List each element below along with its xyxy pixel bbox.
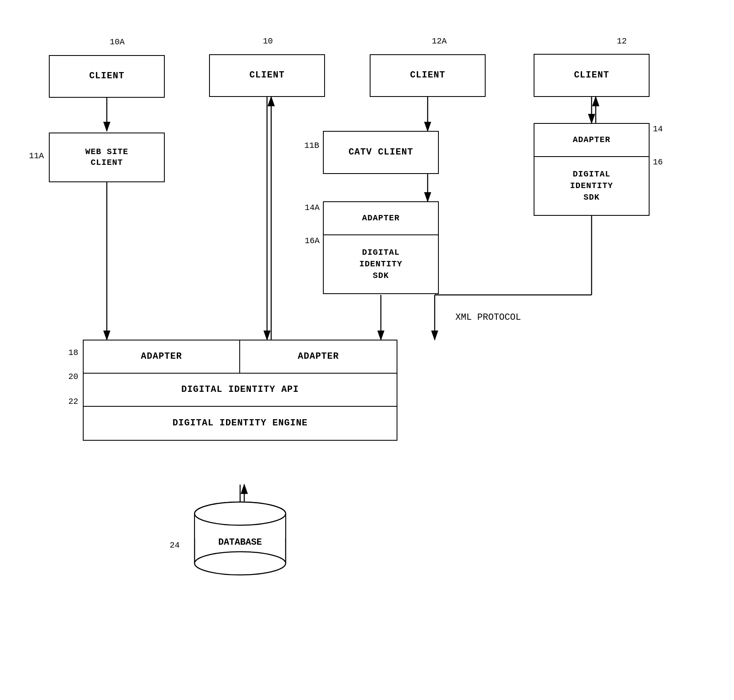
ref-14a: 14A xyxy=(305,203,320,212)
svg-text:DATABASE: DATABASE xyxy=(218,537,262,548)
ref-16a: 16A xyxy=(305,236,320,246)
client-12a-box: CLIENT xyxy=(370,54,486,97)
svg-point-18 xyxy=(195,552,286,575)
ref-10a: 10A xyxy=(110,37,125,47)
ref-24: 24 xyxy=(170,541,180,550)
ref-18: 18 xyxy=(68,348,78,357)
client-12-box: CLIENT xyxy=(534,54,650,97)
adapter-18-left: ADAPTER xyxy=(84,340,240,373)
catv-client-label: CATV CLIENT xyxy=(349,147,413,159)
ref-22: 22 xyxy=(68,397,78,406)
adapter-14-sdk-16-group: ADAPTER DIGITALIDENTITYSDK xyxy=(534,123,650,216)
client-12a-label: CLIENT xyxy=(410,70,445,82)
adapter-14a-row: ADAPTER xyxy=(324,202,438,235)
sdk-16a-row: DIGITALIDENTITYSDK xyxy=(324,235,438,293)
adapter-18-right: ADAPTER xyxy=(240,340,397,373)
ref-16: 16 xyxy=(653,157,663,167)
bottom-main-group: ADAPTER ADAPTER DIGITAL IDENTITY API DIG… xyxy=(83,340,397,441)
client-10-label: CLIENT xyxy=(249,70,284,82)
adapter-14a-sdk-16a-group: ADAPTER DIGITALIDENTITYSDK xyxy=(323,201,439,294)
ref-20: 20 xyxy=(68,372,78,381)
client-12-label: CLIENT xyxy=(574,70,609,82)
database-svg: DATABASE xyxy=(186,497,294,580)
ref-12a: 12A xyxy=(432,36,447,46)
xml-protocol-label: XML PROTOCOL xyxy=(455,312,521,323)
svg-point-20 xyxy=(195,502,286,525)
client-10a-label: CLIENT xyxy=(89,70,124,82)
catv-client-box: CATV CLIENT xyxy=(323,131,439,174)
ref-14: 14 xyxy=(653,124,663,134)
adapter-14-row: ADAPTER xyxy=(534,124,649,157)
ref-11b: 11B xyxy=(304,141,319,150)
ref-12: 12 xyxy=(617,36,627,46)
client-10a-box: CLIENT xyxy=(49,55,165,98)
client-10-box: CLIENT xyxy=(209,54,325,97)
sdk-16-row: DIGITALIDENTITYSDK xyxy=(534,157,649,215)
ref-10: 10 xyxy=(263,36,273,46)
website-client-box: WEB SITECLIENT xyxy=(49,133,165,182)
website-client-label: WEB SITECLIENT xyxy=(85,147,128,168)
adapter-18-row: ADAPTER ADAPTER xyxy=(84,340,397,374)
digital-identity-engine-row: DIGITAL IDENTITY ENGINE xyxy=(84,407,397,440)
ref-11a: 11A xyxy=(29,151,44,161)
diagram: CLIENT 10A CLIENT 10 CLIENT 12A CLIENT 1… xyxy=(0,0,734,700)
digital-identity-api-row: DIGITAL IDENTITY API xyxy=(84,374,397,407)
